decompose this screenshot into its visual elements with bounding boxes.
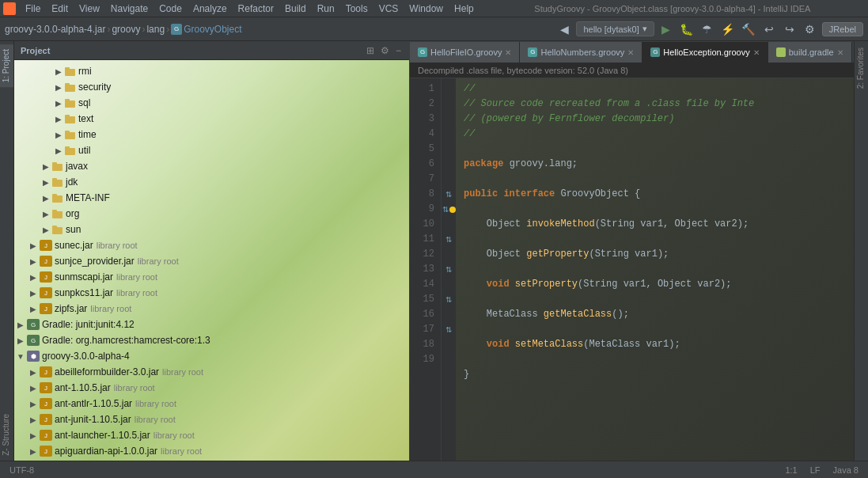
menu-code[interactable]: Code — [154, 2, 187, 16]
status-encoding[interactable]: UTF-8 — [6, 465, 37, 475]
tree-arrow-ant-launcher[interactable]: ▶ — [27, 431, 40, 440]
tree-item-sunmscapi-jar[interactable]: ▶ J sunmscapi.jar library root — [14, 269, 409, 285]
breadcrumb-class[interactable]: GroovyObject — [184, 24, 241, 35]
tree-item-jdk[interactable]: ▶ jdk — [14, 174, 409, 190]
menu-run[interactable]: Run — [313, 2, 339, 16]
tree-item-org[interactable]: ▶ org — [14, 206, 409, 222]
project-panel-tab[interactable]: 1: Project — [0, 44, 13, 87]
run-config[interactable]: hello [dytask0] ▾ — [576, 21, 654, 36]
tree-arrow-gradle-hamcrest[interactable]: ▶ — [14, 336, 27, 345]
tree-arrow-apiguardian[interactable]: ▶ — [27, 447, 40, 456]
menu-edit[interactable]: Edit — [47, 2, 73, 16]
project-settings-button[interactable]: ⚙ — [379, 44, 391, 58]
breadcrumb-jar[interactable]: groovy-3.0.0-alpha-4.jar — [5, 24, 105, 35]
tree-arrow-groovy-project[interactable]: ▼ — [14, 352, 27, 361]
debug-button[interactable]: 🐛 — [678, 21, 696, 38]
gutter-arrow-11[interactable]: ⇅ — [445, 235, 452, 244]
tab-hellonumbers[interactable]: G HelloNumbers.groovy ✕ — [520, 42, 642, 63]
tree-item-rmi[interactable]: ▶ rmi — [14, 63, 409, 79]
tree-arrow-util[interactable]: ▶ — [52, 146, 65, 155]
menu-help[interactable]: Help — [449, 2, 479, 16]
tab-buildgradle[interactable]: build.gradle ✕ — [768, 42, 852, 63]
favorites-tab[interactable]: 2: Favorites — [855, 41, 868, 95]
tab-close-helloexception[interactable]: ✕ — [753, 48, 760, 57]
tree-item-text[interactable]: ▶ text — [14, 111, 409, 127]
tree-arrow-time[interactable]: ▶ — [52, 131, 65, 139]
settings-button[interactable]: ⚙ — [802, 21, 819, 38]
tree-item-security[interactable]: ▶ security — [14, 79, 409, 95]
tab-hellofileio[interactable]: G HelloFileIO.groovy ✕ — [410, 42, 520, 63]
tree-item-sunpkcs11-jar[interactable]: ▶ J sunpkcs11.jar library root — [14, 285, 409, 301]
menu-navigate[interactable]: Navigate — [106, 2, 153, 16]
tree-item-sql[interactable]: ▶ sql — [14, 95, 409, 111]
tree-arrow-sun[interactable]: ▶ — [40, 226, 52, 234]
tree-arrow-ant[interactable]: ▶ — [27, 384, 40, 393]
tab-helloexception[interactable]: G HelloException.groovy ✕ — [642, 42, 768, 63]
tree-item-ant-jar[interactable]: ▶ J ant-1.10.5.jar library root — [14, 380, 409, 396]
tree-arrow-sunec[interactable]: ▶ — [27, 241, 40, 250]
profile-button[interactable]: ⚡ — [719, 21, 737, 38]
tree-arrow-text[interactable]: ▶ — [52, 115, 65, 123]
tree-item-gradle-junit[interactable]: ▶ G Gradle: junit:junit:4.12 — [14, 317, 409, 332]
tree-arrow-rmi[interactable]: ▶ — [52, 67, 65, 76]
coverage-button[interactable]: ☂ — [699, 21, 716, 38]
tree-item-ant-launcher[interactable]: ▶ J ant-launcher-1.10.5.jar library root — [14, 427, 409, 443]
tree-item-zipfs-jar[interactable]: ▶ J zipfs.jar library root — [14, 301, 409, 317]
build-button[interactable]: 🔨 — [740, 21, 757, 38]
tree-arrow-ant-antlr[interactable]: ▶ — [27, 400, 40, 408]
gutter-cell-9[interactable]: ⇅ — [442, 202, 456, 217]
menu-view[interactable]: View — [74, 2, 104, 16]
tree-item-sunec-jar[interactable]: ▶ J sunec.jar library root — [14, 237, 409, 253]
run-config-dropdown-icon[interactable]: ▾ — [642, 24, 647, 34]
tree-item-ant-antlr[interactable]: ▶ J ant-antlr-1.10.5.jar library root — [14, 396, 409, 412]
tree-item-sun[interactable]: ▶ sun — [14, 222, 409, 237]
gutter-arrow-9[interactable]: ⇅ — [442, 205, 449, 214]
undo-button[interactable]: ↩ — [760, 21, 778, 38]
redo-button[interactable]: ↪ — [781, 21, 798, 38]
tree-arrow-jdk[interactable]: ▶ — [40, 178, 52, 187]
menu-analyze[interactable]: Analyze — [188, 2, 232, 16]
tree-arrow-ant-junit[interactable]: ▶ — [27, 415, 40, 424]
project-minimize-button[interactable]: − — [394, 44, 403, 58]
tree-arrow-sunmscapi[interactable]: ▶ — [27, 273, 40, 282]
tree-item-groovy-project[interactable]: ▼ ⬢ groovy-3.0.0-alpha-4 — [14, 348, 409, 364]
structure-panel-tab[interactable]: Z- Structure — [0, 409, 13, 461]
gutter-arrow-13[interactable]: ⇅ — [445, 265, 452, 274]
tree-arrow-abeilleformbuilder[interactable]: ▶ — [27, 368, 40, 377]
jrebel-button[interactable]: JRebel — [822, 22, 863, 36]
tree-item-batik-anim[interactable]: ▶ J batik-anim-1.7.jar library root — [14, 459, 409, 461]
tree-item-gradle-hamcrest[interactable]: ▶ G Gradle: org.hamcrest:hamcrest-core:1… — [14, 332, 409, 348]
tab-close-hellonumbers[interactable]: ✕ — [627, 48, 634, 57]
gutter-arrow-8[interactable]: ⇅ — [445, 190, 452, 199]
gutter-cell-13[interactable]: ⇅ — [442, 262, 456, 277]
tree-item-apiguardian[interactable]: ▶ J apiguardian-api-1.0.0.jar library ro… — [14, 443, 409, 459]
tree-item-javax[interactable]: ▶ javax — [14, 158, 409, 174]
tree-arrow-gradle-junit[interactable]: ▶ — [14, 321, 27, 329]
project-expand-button[interactable]: ⊞ — [365, 44, 376, 58]
gutter-cell-8[interactable]: ⇅ — [442, 187, 456, 202]
tree-arrow-org[interactable]: ▶ — [40, 210, 52, 218]
tree-item-meta-inf[interactable]: ▶ META-INF — [14, 190, 409, 206]
code-content[interactable]: // // Source code recreated from a .clas… — [456, 78, 854, 461]
tree-arrow-javax[interactable]: ▶ — [40, 162, 52, 171]
menu-window[interactable]: Window — [404, 2, 448, 16]
gutter-arrow-17[interactable]: ⇅ — [445, 325, 452, 334]
menu-build[interactable]: Build — [280, 2, 311, 16]
menu-tools[interactable]: Tools — [341, 2, 373, 16]
tab-close-buildgradle[interactable]: ✕ — [837, 48, 843, 57]
tree-arrow-sunpkcs11[interactable]: ▶ — [27, 289, 40, 298]
tree-arrow-sql[interactable]: ▶ — [52, 99, 65, 108]
gutter-cell-15[interactable]: ⇅ — [442, 292, 456, 307]
gutter-cell-11[interactable]: ⇅ — [442, 232, 456, 247]
breadcrumb-lang[interactable]: lang — [146, 24, 165, 35]
tree-item-abeilleformbuilder[interactable]: ▶ J abeilleformbuilder-3.0.jar library r… — [14, 364, 409, 380]
back-button[interactable]: ◀ — [555, 21, 573, 38]
code-area[interactable]: 1 2 3 4 5 6 7 8 9 10 11 12 13 14 15 16 1… — [410, 78, 854, 461]
gutter-cell-17[interactable]: ⇅ — [442, 322, 456, 337]
tree-item-ant-junit[interactable]: ▶ J ant-junit-1.10.5.jar library root — [14, 412, 409, 427]
tree-item-time[interactable]: ▶ time — [14, 127, 409, 142]
tree-item-sunjce-jar[interactable]: ▶ J sunjce_provider.jar library root — [14, 253, 409, 269]
tree-arrow-meta-inf[interactable]: ▶ — [40, 194, 52, 203]
tree-item-util[interactable]: ▶ util — [14, 142, 409, 158]
gutter-arrow-15[interactable]: ⇅ — [445, 295, 452, 304]
